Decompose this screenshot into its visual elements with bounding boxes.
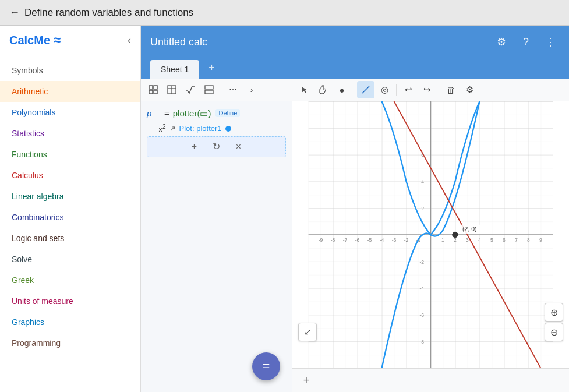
sidebar-item-solve[interactable]: Solve [0,249,140,270]
svg-text:5: 5 [490,237,493,243]
svg-text:-7: -7 [343,237,348,243]
sidebar-item-programming[interactable]: Programming [0,333,140,354]
sqrt-button[interactable] [182,81,199,98]
redo-button[interactable]: ↪ [418,81,436,98]
svg-text:2: 2 [454,237,457,243]
graph-sep3 [439,84,439,96]
calc-define-tag: Define [215,109,240,117]
app-logo: CalcMe ≈ [9,33,61,48]
sidebar-item-statistics[interactable]: Statistics [0,123,140,144]
graph-panel: ● ◎ ↩ ↪ 🗑 ⚙ [292,79,569,392]
svg-rect-1 [154,86,157,89]
sidebar-collapse-button[interactable]: ‹ [128,34,131,47]
close-row-button[interactable]: × [231,139,246,154]
sidebar: CalcMe ≈ ‹ SymbolsArithmeticPolynomialsS… [0,26,141,392]
svg-rect-7 [205,86,213,89]
point-tool-button[interactable]: ● [333,81,351,98]
plot-label: Plot: plotter1 [179,124,222,133]
workspace: ⋯ › p = plotter(▭) Define x2 ↗ P [141,79,569,392]
svg-text:-6: -6 [355,237,360,243]
fullscreen-button[interactable]: ⤢ [298,323,317,341]
logo-tilde: ≈ [54,33,61,48]
calc-var-p: p [147,107,161,118]
svg-rect-3 [154,90,157,94]
top-bar: ← Define random variables and functions [0,0,569,26]
calc-title: Untitled calc [150,36,207,48]
matrix-button[interactable] [144,81,162,98]
add-row-button[interactable]: + [187,139,202,154]
svg-text:-9: -9 [319,237,323,243]
more-tools-button[interactable]: ⋯ [224,81,242,98]
toolbar-sep1 [221,84,221,96]
calc-input-area: p = plotter(▭) Define x2 ↗ Plot: plotter… [141,101,292,357]
graph-canvas: -9 -8 -7 -6 -5 -4 -3 -2 -1 1 2 3 4 5 [292,101,569,368]
select-tool-button[interactable] [296,81,313,98]
sidebar-item-functions[interactable]: Functions [0,144,140,165]
sidebar-header: CalcMe ≈ ‹ [0,26,140,55]
content-area: Untitled calc ⚙ ? ⋮ Sheet 1 + [141,26,569,392]
graph-add-button[interactable]: + [298,372,314,389]
sidebar-item-symbols[interactable]: Symbols [0,60,140,81]
piecewise-button[interactable] [200,81,218,98]
graph-sep2 [396,84,397,96]
calc-subrow-1: x2 ↗ Plot: plotter1 [158,123,286,134]
expand-button[interactable]: › [243,81,260,98]
more-menu-button[interactable]: ⋮ [541,33,560,51]
sidebar-item-linear-algebra[interactable]: Linear algebra [0,186,140,207]
plot-icon: ↗ [169,124,176,133]
circle-tool-button[interactable]: ◎ [376,81,393,98]
svg-text:-2: -2 [419,259,424,265]
sidebar-nav: SymbolsArithmeticPolynomialsStatisticsFu… [0,55,140,392]
svg-text:6: 6 [503,237,506,243]
svg-text:-4: -4 [419,285,424,291]
graph-sep1 [354,84,354,96]
calc-row-1: p = plotter(▭) Define [147,107,286,119]
sidebar-item-polynomials[interactable]: Polynomials [0,102,140,123]
sidebar-item-calculus[interactable]: Calculus [0,165,140,186]
tab-sheet1-label: Sheet 1 [161,65,189,74]
svg-text:-4: -4 [380,237,384,243]
tab-add-button[interactable]: + [202,57,222,79]
zoom-in-button[interactable]: ⊕ [545,303,563,322]
svg-line-10 [362,86,369,93]
calc-x2-expr: x2 [158,123,166,134]
calc-equals: = [161,107,173,118]
delete-button[interactable]: 🗑 [442,81,460,98]
help-button[interactable]: ? [517,33,535,51]
sidebar-item-combinatorics[interactable]: Combinatorics [0,207,140,228]
draw-tool-button[interactable] [357,81,374,98]
svg-text:2: 2 [421,206,424,211]
svg-rect-8 [205,90,213,94]
sidebar-item-graphics[interactable]: Graphics [0,312,140,333]
calc-panel: ⋯ › p = plotter(▭) Define x2 ↗ P [141,79,292,392]
svg-point-42 [453,232,458,238]
svg-text:-2: -2 [404,237,409,243]
sidebar-item-units[interactable]: Units of measure [0,291,140,312]
page-title: Define random variables and functions [24,7,193,19]
sidebar-item-greek[interactable]: Greek [0,270,140,291]
svg-rect-0 [149,86,153,89]
header-icons: ⚙ ? ⋮ [492,33,560,51]
sidebar-item-logic-sets[interactable]: Logic and sets [0,228,140,249]
graph-bottom: + [292,368,569,392]
svg-text:-8: -8 [419,339,424,345]
svg-text:8: 8 [527,237,530,243]
pan-tool-button[interactable] [314,81,332,98]
refresh-row-button[interactable]: ↻ [209,139,224,154]
svg-text:1: 1 [441,237,444,243]
table-button[interactable] [163,81,181,98]
calc-toolbar: ⋯ › [141,79,292,101]
tab-sheet1[interactable]: Sheet 1 [150,60,199,79]
svg-text:4: 4 [478,237,481,243]
fab-button[interactable]: = [252,352,280,380]
svg-text:-5: -5 [367,237,372,243]
sidebar-item-arithmetic[interactable]: Arithmetic [0,81,140,102]
logo-text: CalcMe [9,34,50,47]
undo-button[interactable]: ↩ [400,81,417,98]
back-button[interactable]: ← Define random variables and functions [9,6,193,19]
calc-expr-plotter[interactable]: plotter(▭) [173,107,211,119]
settings-button[interactable]: ⚙ [492,33,511,51]
graph-settings-button[interactable]: ⚙ [461,81,478,98]
tabs-bar: Sheet 1 + [150,57,560,79]
zoom-out-button[interactable]: ⊖ [545,323,563,341]
